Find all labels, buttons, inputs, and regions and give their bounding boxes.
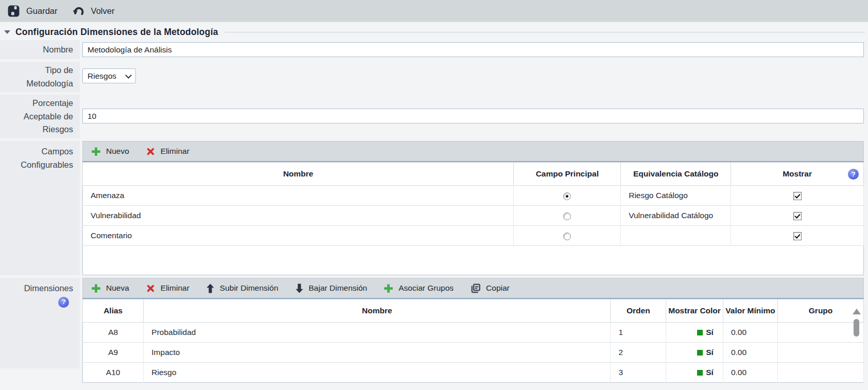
dimension-grupo-cell <box>778 363 864 383</box>
col-grupo: Grupo <box>778 299 864 323</box>
col-valor-minimo: Valor Mínimo <box>723 299 777 323</box>
section-header: Configuración Dimensiones de la Metodolo… <box>4 27 865 38</box>
dimensiones-new-button[interactable]: Nueva <box>91 283 129 293</box>
campo-equivalencia-cell: Riesgo Catálogo <box>621 186 731 206</box>
color-swatch <box>697 330 703 335</box>
copy-label: Copiar <box>486 283 510 293</box>
porcentaje-input[interactable] <box>82 109 864 123</box>
campo-principal-cell <box>514 186 621 206</box>
checkbox[interactable] <box>793 232 802 240</box>
x-icon <box>146 283 155 293</box>
table-row[interactable]: Amenaza Riesgo Catálogo <box>83 186 864 206</box>
col-alias: Alias <box>83 299 144 323</box>
back-button-label: Volver <box>91 6 115 16</box>
field-row-nombre: Nombre <box>0 40 864 59</box>
copy-button[interactable]: Copiar <box>470 283 510 294</box>
back-button[interactable]: Volver <box>72 5 115 17</box>
checkbox[interactable] <box>793 192 802 200</box>
section-title: Configuración Dimensiones de la Metodolo… <box>15 27 218 38</box>
dimension-color-cell: Sí <box>666 343 723 363</box>
campos-delete-button[interactable]: Eliminar <box>146 147 189 156</box>
dimensiones-new-label: Nueva <box>106 283 129 293</box>
campos-label: Campos Configurables <box>0 141 80 275</box>
table-row[interactable]: Comentario <box>83 226 864 246</box>
radio-button[interactable] <box>563 233 571 240</box>
nombre-input[interactable] <box>82 42 864 57</box>
campo-nombre-cell: Vulnerabilidad <box>83 206 514 226</box>
scrollbar[interactable] <box>852 302 861 390</box>
campos-new-button[interactable]: Nuevo <box>91 147 129 156</box>
campos-header-row: Nombre Campo Principal Equivalencia Catá… <box>83 163 864 186</box>
dimension-minimo-cell: 0.00 <box>723 343 777 363</box>
empty-table-area <box>83 246 864 275</box>
radio-button[interactable] <box>563 212 571 220</box>
campo-equivalencia-cell <box>621 226 731 246</box>
dimension-color-cell: Sí <box>666 323 723 343</box>
campo-mostrar-cell <box>731 186 864 206</box>
move-down-button[interactable]: Bajar Dimensión <box>295 283 368 293</box>
color-swatch <box>697 370 703 376</box>
campo-equivalencia-cell: Vulnerabilidad Catálogo <box>621 206 731 226</box>
tipo-select-wrap: Riesgos <box>82 68 136 83</box>
dimension-minimo-cell: 0.00 <box>723 323 777 343</box>
field-row-tipo: Tipo de Metodología Riesgos <box>0 62 864 92</box>
table-row[interactable]: Vulnerabilidad Vulnerabilidad Catálogo <box>83 206 864 226</box>
save-button[interactable]: Guardar <box>8 5 58 17</box>
col-nombre: Nombre <box>83 163 514 186</box>
save-icon <box>8 5 20 17</box>
col-mostrar: Mostrar ? <box>731 163 864 186</box>
color-swatch <box>697 350 703 356</box>
plus-icon <box>91 283 101 293</box>
checkbox[interactable] <box>793 212 802 220</box>
dimensiones-table: Alias Nombre Orden Mostrar Color Valor M… <box>82 299 864 383</box>
copy-icon <box>470 283 481 294</box>
move-up-button[interactable]: Subir Dimensión <box>206 283 279 293</box>
dimension-orden-cell: 1 <box>611 323 666 343</box>
campo-nombre-cell: Comentario <box>83 226 514 246</box>
campos-delete-label: Eliminar <box>161 147 189 156</box>
dimensiones-header-row: Alias Nombre Orden Mostrar Color Valor M… <box>83 299 864 323</box>
col-campo-principal: Campo Principal <box>514 163 621 186</box>
plus-icon <box>384 283 393 293</box>
associate-groups-label: Asociar Grupos <box>398 283 454 293</box>
dimensiones-delete-label: Eliminar <box>161 283 189 293</box>
help-icon[interactable]: ? <box>58 297 69 308</box>
table-row[interactable]: A8 Probabilidad 1 Sí 0.00 <box>83 323 864 343</box>
campo-mostrar-cell <box>731 206 864 226</box>
collapse-caret-icon[interactable] <box>4 30 10 34</box>
arrow-down-icon <box>295 283 304 293</box>
tipo-label: Tipo de Metodología <box>0 62 80 92</box>
campo-mostrar-cell <box>731 226 864 246</box>
tipo-select[interactable]: Riesgos <box>82 68 136 83</box>
arrow-up-icon <box>206 283 215 293</box>
dimensiones-label: Dimensiones <box>2 282 73 295</box>
undo-arrow-icon <box>72 5 84 17</box>
col-nombre: Nombre <box>144 299 611 323</box>
save-button-label: Guardar <box>26 6 58 16</box>
dimension-minimo-cell: 0.00 <box>723 363 777 383</box>
associate-groups-button[interactable]: Asociar Grupos <box>384 283 454 293</box>
campo-nombre-cell: Amenaza <box>83 186 514 206</box>
radio-button[interactable] <box>563 192 571 200</box>
section-rule <box>224 32 865 32</box>
field-row-dimensiones: Dimensiones ? Nueva Eliminar <box>0 278 864 383</box>
move-up-label: Subir Dimensión <box>220 283 279 293</box>
plus-icon <box>91 147 101 156</box>
campos-new-label: Nuevo <box>106 147 129 156</box>
dimension-nombre-cell: Riesgo <box>144 363 611 383</box>
main-toolbar: Guardar Volver <box>0 0 868 22</box>
field-row-campos: Campos Configurables Nuevo Eliminar <box>0 141 864 275</box>
table-row[interactable]: A10 Riesgo 3 Sí 0.00 <box>83 363 864 383</box>
scroll-up-button[interactable] <box>853 309 861 314</box>
help-icon[interactable]: ? <box>848 169 859 180</box>
table-row[interactable]: A9 Impacto 2 Sí 0.00 <box>83 343 864 363</box>
col-orden: Orden <box>611 299 666 323</box>
scrollbar-thumb[interactable] <box>854 319 859 336</box>
col-equivalencia: Equivalencia Catálogo <box>621 163 731 186</box>
dimensiones-label-cell: Dimensiones ? <box>0 278 80 368</box>
dimension-color-cell: Sí <box>666 363 723 383</box>
campo-principal-cell <box>514 226 621 246</box>
dimensiones-delete-button[interactable]: Eliminar <box>146 283 189 293</box>
dimensiones-toolbar: Nueva Eliminar Subir Dimensión <box>82 278 864 299</box>
dimension-alias-cell: A9 <box>83 343 144 363</box>
